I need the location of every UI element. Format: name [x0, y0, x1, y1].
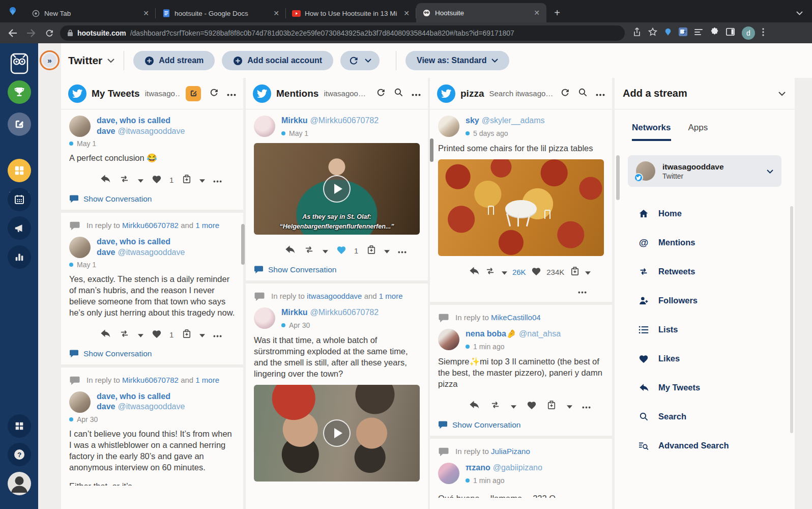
tweet-time[interactable]: 5 days ago	[473, 129, 508, 138]
browser-tab-hootsuite[interactable]: Hootsuite ✕	[416, 3, 546, 22]
stream-type-followers[interactable]: Followers	[615, 286, 795, 315]
apps-grid-button[interactable]	[8, 414, 31, 438]
retweet-icon[interactable]	[119, 329, 130, 340]
browser-tab-google-docs[interactable]: hootsuite - Google Docs ✕	[156, 4, 286, 22]
tab-close-button[interactable]: ✕	[272, 9, 281, 17]
avatar[interactable]	[438, 329, 459, 350]
panel-scrollbar[interactable]	[790, 206, 793, 433]
tweet-time[interactable]: May 1	[77, 139, 96, 148]
show-conversation-link[interactable]: Show Conversation	[69, 194, 235, 204]
tweet-handle[interactable]: @nat_ahsa	[519, 329, 561, 338]
assign-icon[interactable]	[366, 245, 376, 257]
kebab-menu-icon[interactable]	[762, 28, 764, 38]
account-selector[interactable]: itwasagooddave Twitter	[628, 155, 781, 187]
tweet-author[interactable]: πzano	[466, 463, 490, 472]
refresh-streams-button[interactable]	[340, 51, 380, 70]
ellipsis-icon[interactable]	[213, 176, 222, 185]
translate-extension-icon[interactable]	[679, 27, 687, 38]
reading-list-icon[interactable]	[694, 29, 703, 38]
tab-search-chevron-icon[interactable]	[796, 8, 803, 17]
ellipsis-icon[interactable]	[213, 330, 222, 340]
assign-icon[interactable]	[182, 329, 192, 341]
retweet-count[interactable]: 26K	[512, 268, 526, 276]
more-actions-chevron-icon[interactable]	[585, 268, 591, 277]
avatar[interactable]	[254, 307, 275, 329]
ellipsis-icon[interactable]	[398, 246, 407, 256]
avatar[interactable]	[69, 237, 91, 258]
tweet-handle[interactable]: @gabiipizano	[493, 463, 542, 472]
tab-close-button[interactable]: ✕	[532, 9, 541, 17]
stream-menu-icon[interactable]	[412, 89, 421, 98]
reply-more-link[interactable]: 1 more	[379, 292, 403, 300]
tweet-handle[interactable]: @skyler__adams	[482, 116, 545, 125]
search-icon[interactable]	[394, 88, 403, 99]
analytics-button[interactable]	[8, 245, 31, 269]
url-bar[interactable]: hootsuite.com/dashboard?csrfToken=5928ba…	[60, 25, 625, 41]
tweet-author[interactable]: Mirkku	[281, 308, 308, 317]
tweet-media-gif[interactable]: As they say in St. Olaf: “Helgenbargenfl…	[254, 143, 420, 235]
column-scrollbar[interactable]	[241, 224, 245, 265]
tab-close-button[interactable]: ✕	[141, 9, 151, 17]
tweet-handle[interactable]: @itwasagooddave	[118, 127, 185, 135]
tweet-author[interactable]: dave, who is called	[97, 116, 170, 125]
pin-extension-icon[interactable]	[664, 28, 672, 38]
play-button[interactable]	[323, 419, 351, 447]
like-icon[interactable]	[152, 175, 162, 186]
tweet-time[interactable]: 1 min ago	[473, 342, 504, 351]
view-as-button[interactable]: View as: Standard	[405, 51, 509, 70]
like-icon-liked[interactable]	[336, 245, 346, 257]
show-conversation-link[interactable]: Show Conversation	[69, 349, 235, 358]
add-social-account-button[interactable]: Add social account	[222, 51, 333, 70]
reply-icon[interactable]	[100, 329, 110, 341]
collapse-panel-chevron-icon[interactable]	[778, 89, 786, 98]
new-tab-button[interactable]: +	[549, 5, 565, 20]
retweet-chevron-icon[interactable]	[323, 246, 328, 256]
like-icon[interactable]	[531, 267, 541, 278]
side-panel-icon[interactable]	[726, 28, 735, 38]
goals-trophy-button[interactable]	[8, 80, 31, 104]
more-actions-chevron-icon[interactable]	[567, 402, 572, 411]
back-icon[interactable]	[5, 25, 20, 41]
tab-apps[interactable]: Apps	[688, 123, 708, 141]
retweet-icon[interactable]	[119, 175, 130, 185]
promote-megaphone-button[interactable]	[8, 216, 31, 240]
stream-type-search[interactable]: Search	[615, 402, 795, 431]
avatar[interactable]	[438, 463, 459, 484]
retweet-icon[interactable]	[489, 401, 501, 411]
more-actions-chevron-icon[interactable]	[199, 330, 205, 340]
tweet-author[interactable]: dave, who is called	[97, 237, 170, 246]
stream-type-likes[interactable]: Likes	[615, 344, 795, 373]
avatar[interactable]	[254, 116, 275, 137]
show-conversation-link[interactable]: Show Conversation	[438, 420, 604, 430]
avatar[interactable]	[69, 116, 91, 137]
tweet-time[interactable]: May 1	[289, 129, 308, 138]
tweet-handle[interactable]: @itwasagooddave	[118, 402, 185, 411]
reply-icon[interactable]	[100, 174, 110, 186]
hootsuite-logo-icon[interactable]	[8, 51, 31, 75]
reply-more-link[interactable]: 1 more	[195, 376, 219, 384]
reply-to-user-link[interactable]: JuliaPizano	[491, 447, 530, 456]
retweet-chevron-icon[interactable]	[138, 330, 143, 340]
compose-button[interactable]	[8, 112, 31, 136]
tweet-author[interactable]: dave, who is called	[97, 392, 170, 401]
tab-networks[interactable]: Networks	[632, 123, 671, 141]
stream-type-advanced-search[interactable]: Advanced Search	[615, 431, 795, 460]
pinned-tab[interactable]	[0, 0, 25, 22]
retweet-icon[interactable]	[484, 267, 496, 277]
planner-calendar-button[interactable]	[8, 188, 31, 211]
stream-type-mentions[interactable]: @ Mentions	[615, 228, 795, 257]
stream-type-lists[interactable]: Lists	[615, 315, 795, 344]
browser-tab-new-tab[interactable]: New Tab ✕	[25, 4, 156, 22]
board-title[interactable]: Twitter	[68, 54, 102, 67]
assign-icon[interactable]	[546, 400, 557, 412]
tweet-time[interactable]: 1 min ago	[473, 476, 504, 485]
retweet-chevron-icon[interactable]	[511, 402, 516, 411]
reply-icon[interactable]	[469, 266, 479, 278]
share-icon[interactable]	[633, 27, 641, 39]
reply-to-user-link[interactable]: MikeCastillo04	[491, 313, 541, 322]
retweet-icon[interactable]	[303, 245, 315, 256]
profile-avatar[interactable]	[8, 472, 31, 495]
streams-button[interactable]	[8, 159, 31, 182]
refresh-icon[interactable]	[376, 88, 386, 99]
extensions-puzzle-icon[interactable]	[710, 27, 719, 38]
